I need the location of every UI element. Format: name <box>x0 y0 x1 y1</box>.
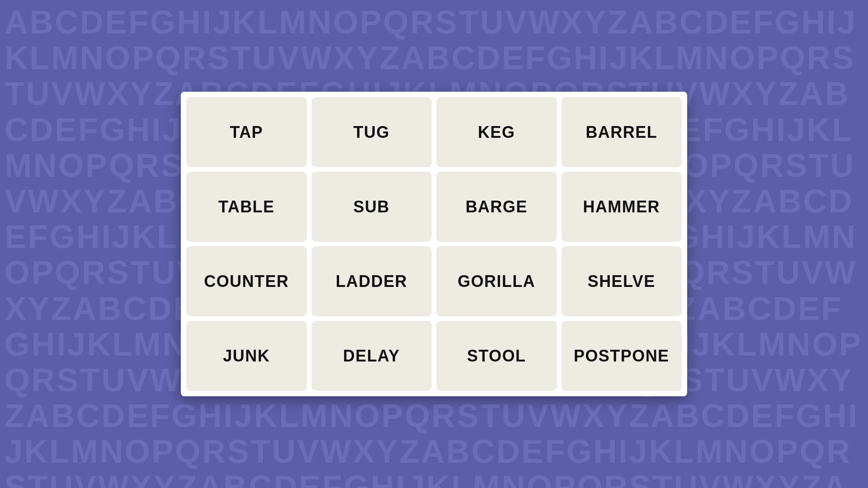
word-label-ladder: LADDER <box>335 272 407 291</box>
word-label-junk: JUNK <box>223 347 270 366</box>
word-card-barrel[interactable]: BARREL <box>561 97 682 167</box>
word-card-sub[interactable]: SUB <box>311 172 432 242</box>
word-grid: TAPTUGKEGBARRELTABLESUBBARGEHAMMERCOUNTE… <box>186 97 682 391</box>
word-card-keg[interactable]: KEG <box>436 97 557 167</box>
word-card-gorilla[interactable]: GORILLA <box>436 246 557 316</box>
word-label-gorilla: GORILLA <box>458 272 535 291</box>
word-label-stool: STOOL <box>467 347 526 366</box>
word-card-counter[interactable]: COUNTER <box>186 246 307 316</box>
word-card-delay[interactable]: DELAY <box>311 321 432 391</box>
word-card-barge[interactable]: BARGE <box>436 172 557 242</box>
word-card-tug[interactable]: TUG <box>311 97 432 167</box>
word-grid-panel: TAPTUGKEGBARRELTABLESUBBARGEHAMMERCOUNTE… <box>181 92 687 396</box>
word-card-hammer[interactable]: HAMMER <box>561 172 682 242</box>
word-card-ladder[interactable]: LADDER <box>311 246 432 316</box>
word-card-postpone[interactable]: POSTPONE <box>561 321 682 391</box>
word-label-delay: DELAY <box>343 347 400 366</box>
word-label-barrel: BARREL <box>585 123 657 142</box>
word-card-tap[interactable]: TAP <box>186 97 307 167</box>
word-label-table: TABLE <box>218 197 275 216</box>
word-card-shelve[interactable]: SHELVE <box>561 246 682 316</box>
word-label-tap: TAP <box>230 123 263 142</box>
word-label-sub: SUB <box>354 197 390 216</box>
word-label-shelve: SHELVE <box>588 272 656 291</box>
word-label-barge: BARGE <box>466 197 528 216</box>
word-label-postpone: POSTPONE <box>574 347 670 366</box>
word-card-table[interactable]: TABLE <box>186 172 307 242</box>
word-card-stool[interactable]: STOOL <box>436 321 557 391</box>
word-label-counter: COUNTER <box>204 272 289 291</box>
word-label-tug: TUG <box>354 123 390 142</box>
word-label-keg: KEG <box>478 123 515 142</box>
word-card-junk[interactable]: JUNK <box>186 321 307 391</box>
word-label-hammer: HAMMER <box>583 197 660 216</box>
